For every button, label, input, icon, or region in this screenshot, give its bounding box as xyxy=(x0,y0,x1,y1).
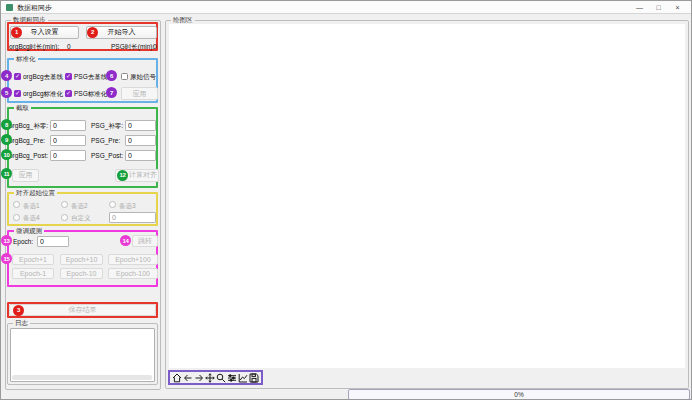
progress-bar: 0% xyxy=(348,389,690,400)
crop-apply-button[interactable]: 应用 xyxy=(12,169,39,182)
progress-value: 0% xyxy=(514,391,523,398)
epoch-label: Epoch: xyxy=(13,238,33,246)
psg-padzero-input[interactable] xyxy=(125,120,156,131)
step-badge-10: 10 xyxy=(1,149,12,160)
orgbcg-detrend-checkbox[interactable] xyxy=(14,73,21,80)
candidate3-label: 备选3 xyxy=(119,202,136,210)
orgbcg-detrend-label: orgBcg去基线 xyxy=(23,73,63,81)
orgbcg-post-label: orgBcg_Post: xyxy=(9,152,48,160)
candidate3-radio[interactable] xyxy=(109,201,116,208)
epoch-plus10-button[interactable]: Epoch+10 xyxy=(60,254,103,265)
home-icon[interactable] xyxy=(172,372,182,383)
psg-normalize-checkbox[interactable] xyxy=(65,90,72,97)
normalize-apply-button[interactable]: 应用 xyxy=(121,87,158,100)
raw-signal-label: 原始信号 xyxy=(130,73,156,81)
orgbcg-padzero-label: orgBcg_补零: xyxy=(9,122,48,130)
plot-group-label: 绘图区 xyxy=(171,16,195,24)
step-badge-12: 12 xyxy=(117,170,128,181)
align-start-group-label: 对齐起始位置 xyxy=(14,189,57,197)
psg-pre-label: PSG_Pre: xyxy=(91,137,120,145)
customize-icon[interactable] xyxy=(238,372,248,383)
epoch-plus1-button[interactable]: Epoch+1 xyxy=(12,254,54,265)
app-icon xyxy=(6,4,13,11)
window-title: 数据粗同步 xyxy=(17,1,52,14)
psg-detrend-label: PSG去基线 xyxy=(74,73,107,81)
psg-post-input[interactable] xyxy=(125,150,156,161)
crop-group-label: 截取 xyxy=(14,104,31,112)
epoch-minus100-button[interactable]: Epoch-100 xyxy=(108,268,158,279)
zoom-icon[interactable] xyxy=(216,372,226,383)
step-badge-13: 13 xyxy=(1,235,12,246)
psg-pre-input[interactable] xyxy=(125,135,156,146)
step-badge-7: 7 xyxy=(106,87,117,98)
epoch-minus1-button[interactable]: Epoch-1 xyxy=(12,268,54,279)
step-badge-3: 3 xyxy=(13,305,24,316)
titlebar: 数据粗同步 — □ × xyxy=(1,1,691,14)
psg-padzero-label: PSG_补零: xyxy=(91,122,123,130)
save-figure-icon[interactable] xyxy=(249,372,259,383)
save-result-button[interactable]: 保存结果 xyxy=(9,304,156,316)
step-badge-4: 4 xyxy=(1,70,12,81)
orgbcg-duration-value: 0 xyxy=(67,43,71,51)
psg-post-label: PSG_Post: xyxy=(91,152,123,160)
candidate2-label: 备选2 xyxy=(71,202,88,210)
minimize-button[interactable]: — xyxy=(630,1,649,14)
step-badge-15: 15 xyxy=(1,253,12,264)
back-icon[interactable] xyxy=(183,372,193,383)
step-badge-11: 11 xyxy=(1,168,12,179)
step-badge-6: 6 xyxy=(106,70,117,81)
close-button[interactable]: × xyxy=(668,1,687,14)
log-horizontal-scrollbar[interactable] xyxy=(12,375,152,380)
subplots-icon[interactable] xyxy=(227,372,237,383)
app-window: 数据粗同步 — □ × 数据粗同步 导入设置 1 开始导入 2 orgBcg时长… xyxy=(0,0,692,400)
orgbcg-post-input[interactable] xyxy=(50,150,86,161)
maximize-button[interactable]: □ xyxy=(649,1,668,14)
step-badge-9: 9 xyxy=(1,134,12,145)
psg-duration-label: PSG时长(min): xyxy=(111,43,154,51)
psg-detrend-checkbox[interactable] xyxy=(65,73,72,80)
step-badge-1: 1 xyxy=(11,27,22,38)
candidate2-radio[interactable] xyxy=(61,201,68,208)
epoch-input[interactable] xyxy=(37,236,69,247)
candidate4-radio[interactable] xyxy=(13,214,20,221)
candidate1-label: 备选1 xyxy=(23,202,40,210)
custom-label: 自定义 xyxy=(71,214,91,222)
custom-position-input[interactable] xyxy=(109,212,156,223)
epoch-minus10-button[interactable]: Epoch-10 xyxy=(60,268,103,279)
window-controls: — □ × xyxy=(630,1,687,14)
jump-button[interactable]: 跳转 xyxy=(132,235,158,247)
normalize-group-label: 标准化 xyxy=(14,55,38,63)
step-badge-8: 8 xyxy=(1,119,12,130)
orgbcg-normalize-checkbox[interactable] xyxy=(14,90,21,97)
step-badge-2: 2 xyxy=(87,27,98,38)
orgbcg-padzero-input[interactable] xyxy=(50,120,86,131)
orgbcg-pre-label: orgBcg_Pre: xyxy=(9,137,45,145)
candidate4-label: 备选4 xyxy=(23,214,40,222)
log-group-label: 日志 xyxy=(13,319,30,327)
custom-radio[interactable] xyxy=(61,214,68,221)
orgbcg-pre-input[interactable] xyxy=(50,135,86,146)
step-badge-14: 14 xyxy=(120,235,131,246)
psg-duration-value: 0 xyxy=(153,43,157,51)
step-badge-5: 5 xyxy=(1,87,12,98)
log-textarea[interactable] xyxy=(10,328,155,382)
forward-icon[interactable] xyxy=(194,372,204,383)
psg-normalize-label: PSG标准化 xyxy=(74,90,107,98)
plot-canvas[interactable] xyxy=(169,24,685,368)
finetune-group-label: 微调观测 xyxy=(14,227,44,235)
raw-signal-checkbox[interactable] xyxy=(121,73,128,80)
epoch-plus100-button[interactable]: Epoch+100 xyxy=(108,254,158,265)
orgbcg-normalize-label: orgBcg标准化 xyxy=(23,90,63,98)
orgbcg-duration-label: orgBcg时长(min): xyxy=(9,43,59,51)
plot-toolbar xyxy=(168,370,263,385)
candidate1-radio[interactable] xyxy=(13,201,20,208)
pan-icon[interactable] xyxy=(205,372,215,383)
